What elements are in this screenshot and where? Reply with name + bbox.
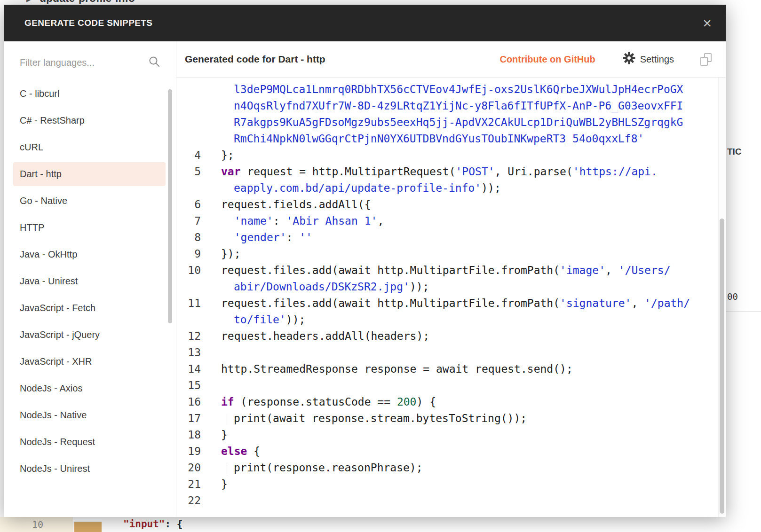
settings-button[interactable]: Settings [623,52,674,67]
code-token-plain: : [286,231,299,243]
code-text [201,377,221,394]
language-item[interactable]: JavaScript - jQuery [13,323,166,347]
line-number: 13 [176,344,201,361]
code-scrollbar-track [718,78,726,517]
filter-languages-input[interactable] [20,57,144,68]
background-highlight-block [74,522,102,532]
modal-body: C - libcurlC# - RestSharpcURLDart - http… [4,41,726,517]
modal-header: GENERATE CODE SNIPPETS × [4,5,726,41]
code-line: 14http.StreamedResponse response = await… [176,361,726,377]
code-token-plain: print(await response.stream.bytesToStrin… [234,412,527,424]
code-token-plain: , [377,215,384,227]
code-token-plain: print(response.reasonPhrase); [234,462,423,474]
language-item[interactable]: C - libcurl [13,82,166,106]
code-token-plain: request.files.add(await http.MultipartFi… [221,297,560,309]
code-editor[interactable]: l3deP9MQLca1Lnmrq0RDbhTX56cCTVEov4JwfEj-… [176,78,726,517]
code-text: if (response.statusCode == 200) { [201,394,436,410]
code-token-plain: )); [410,281,429,293]
generated-code-title: Generated code for Dart - http [185,54,499,65]
code-token-string: abir/Downloads/DSKzSR2.jpg' [234,281,410,293]
code-line: 8 'gender': '' [176,229,726,246]
language-item[interactable]: Java - OkHttp [13,243,166,266]
language-item[interactable]: Go - Native [13,189,166,213]
code-rows: l3deP9MQLca1Lnmrq0RDbhTX56cCTVEov4JwfEj-… [176,81,726,509]
language-item[interactable]: NodeJs - Axios [13,376,166,400]
line-number [176,279,201,295]
code-text: request.files.add(await http.MultipartFi… [201,295,690,312]
code-line: 4}; [176,147,726,164]
code-text: 'name': 'Abir Ahsan 1', [201,213,384,229]
code-token-plain: } [221,429,228,441]
settings-label: Settings [640,54,674,65]
code-text: } [201,427,228,443]
line-number: 10 [176,262,201,279]
line-number: 17 [176,410,201,427]
code-token-plain: )); [286,313,306,326]
code-text: RmChi4NpkN0lwGGqrCtPjnN0YX6UTDBVndGYusTO… [201,131,644,147]
contribute-on-github-link[interactable]: Contribute on GitHub [499,54,595,65]
code-line: RmChi4NpkN0lwGGqrCtPjnN0YX6UTDBVndGYusTO… [176,131,726,147]
code-token-plain: http.StreamedResponse response = await r… [221,363,573,375]
code-token-string: 'signature' [560,297,631,309]
background-code-fragment: "input": { [123,518,182,530]
code-text: request.fields.addAll({ [201,196,371,213]
code-text: abir/Downloads/DSKzSR2.jpg')); [201,279,429,295]
code-token-plain: : [273,215,286,227]
code-token-plain: (response.statusCode == [234,396,397,408]
language-item[interactable]: NodeJs - Unirest [13,457,166,481]
code-text: else { [201,443,260,460]
line-number: 5 [176,164,201,180]
code-text [201,493,221,509]
filter-row [4,41,176,79]
code-token-string: 'Abir Ahsan 1' [286,215,378,227]
language-item[interactable]: JavaScript - Fetch [13,296,166,320]
code-line: 18} [176,427,726,443]
code-line: 5var request = http.MultipartRequest('PO… [176,164,726,180]
code-token-string: '/Users/ [618,264,671,276]
sidebar-scrollbar[interactable] [168,89,172,323]
code-token-plain: }; [221,149,234,161]
line-number: 16 [176,394,201,410]
code-line: 20print(response.reasonPhrase); [176,460,726,476]
language-item[interactable]: NodeJs - Request [13,430,166,454]
code-line: 19else { [176,443,726,460]
code-line: 13 [176,344,726,361]
close-icon[interactable]: × [703,16,712,31]
code-token-keyword: if [221,396,234,408]
language-sidebar: C - libcurlC# - RestSharpcURLDart - http… [4,41,176,517]
language-item[interactable]: JavaScript - XHR [13,350,166,374]
code-line: 7 'name': 'Abir Ahsan 1', [176,213,726,229]
copy-icon-front [700,57,708,66]
copy-icon[interactable] [700,53,712,66]
code-token-plain: } [221,478,228,490]
code-line: 22 [176,493,726,509]
json-punctuation: : { [165,518,183,530]
collapse-arrow-icon: ▸ [26,0,31,5]
background-page-bottom: 10 "input": { [0,517,761,532]
line-number: 12 [176,328,201,344]
code-line: 10request.files.add(await http.Multipart… [176,262,726,279]
code-text: var request = http.MultipartRequest('POS… [201,164,658,180]
code-scrollbar-thumb[interactable] [720,219,724,514]
line-number: 19 [176,443,201,460]
language-item[interactable]: HTTP [13,216,166,240]
line-number: 11 [176,295,201,312]
language-item[interactable]: cURL [13,135,166,159]
line-number: 6 [176,196,201,213]
code-text: n4OqsRlyfnd7XUfr7W-8D-4z9LRtqZ1YijNc-y8F… [201,98,683,114]
code-token-guide [227,414,234,425]
code-token-string: to/file' [234,313,286,326]
code-token-plain: request.headers.addAll(headers); [221,330,429,342]
code-token-string: 'https://api. [573,165,658,178]
modal-title: GENERATE CODE SNIPPETS [24,18,703,28]
language-item[interactable]: C# - RestSharp [13,109,166,133]
language-item[interactable]: Java - Unirest [13,269,166,293]
line-number: 14 [176,361,201,377]
line-number [176,114,201,131]
line-number: 8 [176,229,201,246]
code-token-number: 200 [397,396,417,408]
code-pane-header: Generated code for Dart - http Contribut… [176,41,726,78]
background-line-number: 10 [32,519,43,530]
language-item[interactable]: Dart - http [13,162,166,186]
language-item[interactable]: NodeJs - Native [13,403,166,427]
